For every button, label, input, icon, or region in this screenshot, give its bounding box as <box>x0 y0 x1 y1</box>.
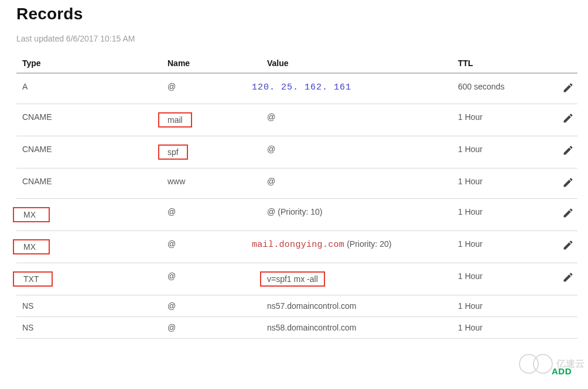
cell-value: @(Priority: 10) <box>261 199 452 231</box>
table-row: MX@mail.dongying.com(Priority: 20)1 Hour <box>16 231 577 263</box>
cell-value: ns57.domaincontrol.com <box>261 295 452 317</box>
table-row: CNAMEmail@1 Hour <box>16 104 577 136</box>
cell-type: NS <box>16 317 162 339</box>
cell-edit <box>552 263 577 295</box>
cell-type: TXT <box>16 263 162 295</box>
highlight-box: mail <box>158 112 192 128</box>
cell-ttl: 1 Hour <box>452 199 552 231</box>
value-suffix: (Priority: 20) <box>347 239 391 249</box>
cell-value: v=spf1 mx -all <box>261 263 452 295</box>
highlight-box: spf <box>158 144 188 160</box>
cell-name: mail <box>162 104 261 136</box>
cell-name: @ <box>162 263 261 295</box>
cell-value: 120. 25. 162. 161 <box>261 73 452 104</box>
cell-type: CNAME <box>16 168 162 199</box>
table-row: CNAMEspf@1 Hour <box>16 136 577 168</box>
edit-icon[interactable] <box>562 271 574 283</box>
edit-icon[interactable] <box>562 177 574 188</box>
cell-name: @ <box>162 231 261 263</box>
cell-name: @ <box>162 317 261 339</box>
cell-value: @ <box>261 136 452 168</box>
value-text: mail.dongying.com <box>252 240 344 250</box>
value-text: ns57.domaincontrol.com <box>267 301 357 311</box>
table-row: NS@ns58.domaincontrol.com1 Hour <box>16 317 577 339</box>
table-row: TXT@v=spf1 mx -all1 Hour <box>16 263 577 295</box>
table-row: MX@@(Priority: 10)1 Hour <box>16 199 577 231</box>
cell-ttl: 1 Hour <box>452 295 552 317</box>
cell-type: MX <box>16 231 162 263</box>
cell-ttl: 1 Hour <box>452 263 552 295</box>
cell-edit <box>552 317 577 339</box>
cell-ttl: 600 seconds <box>452 73 552 104</box>
records-table: Type Name Value TTL A@120. 25. 162. 1616… <box>16 54 577 339</box>
cell-edit <box>552 231 577 263</box>
cell-ttl: 1 Hour <box>452 231 552 263</box>
table-row: NS@ns57.domaincontrol.com1 Hour <box>16 295 577 317</box>
col-header-edit <box>552 54 577 73</box>
cell-edit <box>552 199 577 231</box>
highlight-box: MX <box>13 207 50 222</box>
cell-edit <box>552 104 577 136</box>
cell-edit <box>552 73 577 104</box>
value-text: @ <box>267 177 275 186</box>
edit-icon[interactable] <box>562 82 574 94</box>
table-row: A@120. 25. 162. 161600 seconds <box>16 73 577 104</box>
cell-ttl: 1 Hour <box>452 136 552 168</box>
cell-type: A <box>16 73 162 104</box>
value-text: ns58.domaincontrol.com <box>267 323 357 332</box>
cell-value: mail.dongying.com(Priority: 20) <box>261 231 452 263</box>
cell-type: MX <box>16 199 162 231</box>
cell-name: spf <box>162 136 261 168</box>
value-suffix: (Priority: 10) <box>278 207 322 216</box>
value-text: v=spf1 mx -all <box>260 271 325 287</box>
cell-edit <box>552 136 577 168</box>
cell-ttl: 1 Hour <box>452 104 552 136</box>
last-updated-text: Last updated 6/6/2017 10:15 AM <box>16 34 575 43</box>
value-text: 120. 25. 162. 161 <box>252 82 351 92</box>
add-record-button[interactable]: ADD <box>552 366 572 376</box>
cell-ttl: 1 Hour <box>452 317 552 339</box>
value-text: @ <box>267 207 275 216</box>
edit-icon[interactable] <box>562 239 574 251</box>
edit-icon[interactable] <box>562 207 574 219</box>
cell-ttl: 1 Hour <box>452 168 552 199</box>
cell-value: ns58.domaincontrol.com <box>261 317 452 339</box>
cell-name: @ <box>162 295 261 317</box>
highlight-box: TXT <box>13 271 53 287</box>
col-header-type: Type <box>16 54 162 73</box>
value-text: @ <box>267 112 275 122</box>
col-header-ttl: TTL <box>452 54 552 73</box>
cell-edit <box>552 168 577 199</box>
col-header-value: Value <box>261 54 452 73</box>
cell-name: @ <box>162 73 261 104</box>
col-header-name: Name <box>162 54 261 73</box>
page-title: Records <box>16 5 575 23</box>
cell-type: NS <box>16 295 162 317</box>
cell-type: CNAME <box>16 136 162 168</box>
edit-icon[interactable] <box>562 144 574 156</box>
cell-type: CNAME <box>16 104 162 136</box>
cell-value: @ <box>261 168 452 199</box>
cell-edit <box>552 295 577 317</box>
value-text: @ <box>267 144 275 154</box>
edit-icon[interactable] <box>562 112 574 124</box>
table-row: CNAMEwww@1 Hour <box>16 168 577 199</box>
cell-name: www <box>162 168 261 199</box>
cell-value: @ <box>261 104 452 136</box>
cell-name: @ <box>162 199 261 231</box>
table-header-row: Type Name Value TTL <box>16 54 577 73</box>
highlight-box: MX <box>13 239 50 254</box>
